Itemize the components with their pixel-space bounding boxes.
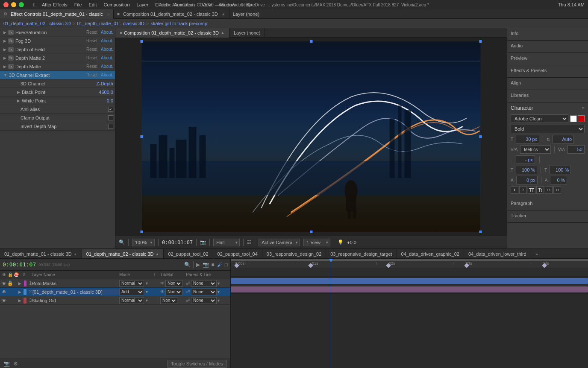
font-size-input[interactable] (516, 135, 539, 143)
panel-tab-effect-controls[interactable]: ⚙ Effect Controls 01_depth_matte_01 - cl… (0, 9, 114, 19)
format-italic[interactable]: T (519, 186, 527, 194)
puppet-icon[interactable]: ■ (212, 262, 215, 268)
format-subscript[interactable]: T1 (553, 186, 561, 194)
new-layer-icon[interactable]: 📷 (3, 361, 10, 367)
trkmat-select-2[interactable]: None (165, 289, 182, 295)
zoom-select[interactable]: 100% 50% 200% (132, 239, 155, 246)
parent-select-1[interactable]: None (191, 280, 217, 287)
timeline-tab-6[interactable]: 04_data_driven_graphic_02 (397, 249, 464, 259)
effects-presets-label[interactable]: Effects & Presets (511, 68, 547, 73)
paragraph-label[interactable]: Paragraph (511, 201, 532, 206)
checkbox-antialias[interactable] (108, 107, 113, 112)
audio-label[interactable]: Audio (511, 43, 523, 48)
mask-icon[interactable]: □ (225, 262, 228, 268)
parent-select-3[interactable]: None (191, 297, 217, 304)
tracking-input[interactable] (567, 145, 585, 154)
zoom-dropdown[interactable]: 100% 50% 200% (132, 239, 155, 246)
checkbox-clamp[interactable] (108, 115, 113, 120)
stroke-color-swatch[interactable] (578, 115, 585, 122)
tracker-label[interactable]: Tracker (511, 213, 526, 218)
track-bar-3[interactable] (231, 286, 588, 292)
minimize-button[interactable] (11, 2, 16, 7)
menu-file[interactable]: File (74, 2, 82, 7)
viewer-canvas[interactable] (142, 41, 481, 232)
menu-apple[interactable]:  (33, 2, 35, 7)
timeline-tab-7[interactable]: 04_data_driven_lower_third (464, 249, 531, 259)
mode-select-3[interactable]: Normal (119, 297, 144, 304)
reset-channel-extract[interactable]: Reset (86, 73, 97, 77)
font-style-select[interactable]: Bold (511, 125, 585, 133)
track-bar-2[interactable] (231, 278, 588, 284)
reset-hue-sat[interactable]: Reset (86, 30, 97, 35)
effect-depth-matte2[interactable]: ▶ fx Depth Matte 2 Reset About. (0, 54, 115, 62)
format-all-caps[interactable]: TT (528, 186, 535, 194)
font-family-select[interactable]: Adobe Clean (511, 114, 568, 123)
eye-toggle-2[interactable]: 👁 (2, 289, 6, 295)
panel-tab-composition[interactable]: ■ Composition 01_depth_matte_02 - classi… (114, 9, 229, 19)
text-color-swatch[interactable] (570, 115, 577, 122)
prop-3d-channel-value[interactable]: Z-Depth (96, 81, 113, 86)
camera-dropdown[interactable]: Active Camera (259, 239, 300, 246)
resolution-select[interactable]: Half Full Quarter (213, 239, 240, 246)
about-depth-matte2[interactable]: About. (101, 55, 113, 60)
breadcrumb-item-2[interactable]: 01_depth_matte_01 - classic 3D (77, 21, 144, 26)
view-select[interactable]: 1 View 2 Views (303, 239, 330, 246)
viewer-tab-layer[interactable]: Layer (none) (229, 28, 265, 38)
effect-fog3d[interactable]: ▶ fx Fog 3D Reset About. (0, 37, 115, 45)
stroke-width-input[interactable] (516, 155, 535, 164)
about-depth-field[interactable]: About. (101, 47, 113, 52)
menu-layer[interactable]: Layer (137, 2, 149, 7)
effect-hue-saturation[interactable]: ▶ fx Hue/Saturation Reset About. (0, 28, 115, 37)
layer-name-1[interactable]: Roto Masks (32, 281, 119, 286)
about-hue-sat[interactable]: About. (101, 30, 113, 35)
breadcrumb-item-1[interactable]: 01_depth_matte_02 - classic 3D (3, 21, 71, 26)
settings-icon[interactable]: ⚙ (13, 361, 18, 367)
align-label[interactable]: Align (511, 80, 521, 85)
expand-toggle-2[interactable]: ▶ (18, 290, 23, 294)
leading-input[interactable] (553, 135, 574, 143)
prop-white-point-value[interactable]: 0.0 (107, 98, 113, 103)
paint-icon[interactable]: 🖌 (217, 262, 222, 268)
about-channel-extract[interactable]: About. (101, 73, 113, 77)
camera-select[interactable]: Active Camera (259, 239, 300, 246)
layer-name-3[interactable]: Skating Girl (32, 298, 119, 303)
camera-icon[interactable]: 📷 (203, 262, 209, 268)
horiz-scale-input[interactable] (550, 166, 571, 174)
resolution-dropdown[interactable]: Half Full Quarter (213, 239, 240, 246)
expand-toggle-3[interactable]: ▶ (18, 298, 23, 303)
prop-black-point-value[interactable]: 4600.0 (99, 90, 113, 95)
expand-toggle-1[interactable]: ▶ (18, 281, 23, 286)
trkmat-select-1[interactable]: None (165, 280, 182, 287)
checkbox-invert[interactable] (108, 124, 113, 129)
tsume-input[interactable] (550, 176, 567, 184)
work-area-bar[interactable] (231, 259, 588, 261)
about-fog3d[interactable]: About. (101, 38, 113, 43)
trkmat-select-3[interactable]: None (160, 297, 177, 304)
current-time-display[interactable]: 0:00:01:07 (3, 261, 36, 268)
vert-scale-input[interactable] (516, 166, 537, 174)
timeline-track-area[interactable]: 0:00s 01s 02s 03s 04s (231, 259, 588, 368)
timeline-tab-3[interactable]: 02_puppet_tool_04 (213, 249, 262, 259)
baseline-input[interactable] (516, 176, 538, 184)
format-superscript[interactable]: T1 (545, 186, 553, 194)
search-icon[interactable]: 🔍 (184, 262, 191, 268)
exposure-value[interactable]: +0.0 (347, 240, 356, 245)
effect-channel-extract[interactable]: ▼ 3D Channel Extract Reset About. (0, 71, 115, 79)
reset-depth-matte[interactable]: Reset (86, 64, 97, 69)
menu-aftereffects[interactable]: After Effects (42, 2, 68, 7)
format-small-caps[interactable]: Tt (536, 186, 544, 194)
breadcrumb-item-3[interactable]: skater girl to track precomp (150, 21, 207, 26)
more-tabs-button[interactable]: » (533, 251, 541, 257)
compose-icon[interactable]: ▶ (196, 262, 200, 268)
effect-depth-field[interactable]: ▶ fx Depth of Field Reset About. (0, 45, 115, 54)
view-dropdown[interactable]: 1 View 2 Views (303, 239, 330, 246)
timeline-tab-4[interactable]: 03_responsive_design_02 (262, 249, 326, 259)
libraries-label[interactable]: Libraries (511, 93, 529, 98)
timeline-tab-1[interactable]: 01_depth_matte_02 - classic 3D ▲ (82, 249, 164, 259)
preview-label[interactable]: Preview (511, 55, 527, 61)
maximize-button[interactable] (19, 2, 24, 7)
eye-toggle-1[interactable]: 👁 (2, 281, 6, 286)
kern-select[interactable]: Metrics (520, 145, 551, 154)
layer-name-2[interactable]: [01_depth_matte_01 - classic 3D] (32, 289, 119, 295)
about-depth-matte[interactable]: About. (101, 64, 113, 69)
